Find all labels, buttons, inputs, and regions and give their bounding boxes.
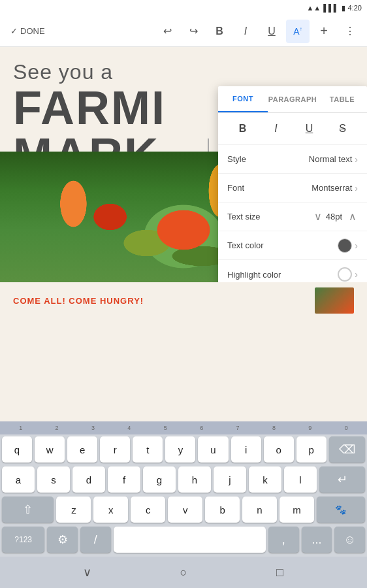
key-b[interactable]: b <box>205 497 240 523</box>
highlight-color-row[interactable]: Highlight color › <box>218 260 367 282</box>
content-thumbnail <box>315 287 354 314</box>
tab-paragraph[interactable]: PARAGRAPH <box>268 86 317 112</box>
highlight-color-swatch <box>338 267 352 282</box>
style-label: Style <box>227 154 309 164</box>
style-chevron-icon: › <box>355 154 358 165</box>
font-row[interactable]: Font Montserrat › <box>218 174 367 203</box>
doc-line-1: See you a <box>13 60 354 84</box>
key-l[interactable]: l <box>284 466 317 493</box>
add-icon: + <box>320 24 328 39</box>
font-value: Montserrat <box>311 183 352 193</box>
undo-button[interactable]: ↩ <box>155 20 179 43</box>
key-k[interactable]: k <box>249 466 281 493</box>
underline-toolbar-button[interactable]: U <box>260 20 283 43</box>
key-x[interactable]: x <box>93 497 128 523</box>
key-r[interactable]: r <box>100 436 130 463</box>
key-f[interactable]: f <box>108 466 140 493</box>
key-g[interactable]: g <box>143 466 176 493</box>
key-symbols[interactable]: ?123 <box>2 527 44 553</box>
key-m[interactable]: m <box>279 497 314 523</box>
key-enter[interactable]: ↵ <box>319 466 365 493</box>
bold-toolbar-button[interactable]: B <box>208 20 231 43</box>
key-d[interactable]: d <box>72 466 105 493</box>
format-text-icon: A↑ <box>293 26 302 37</box>
key-n[interactable]: n <box>242 497 277 523</box>
format-toolbar-button[interactable]: A↑ <box>286 20 310 43</box>
wifi-icon: ▲▲ <box>306 4 321 12</box>
main-toolbar: ✓ DONE ↩ ↪ B I U A↑ + ⋮ <box>0 16 367 47</box>
format-panel: FONT PARAGRAPH TABLE B I U S Style Norma… <box>218 86 367 282</box>
size-increase-button[interactable]: ∧ <box>347 209 358 224</box>
bold-format-button[interactable]: B <box>232 118 253 139</box>
status-icons: ▲▲ ▌▌▌ ▮ 4:20 <box>306 4 362 12</box>
key-p[interactable]: p <box>296 436 327 463</box>
hungry-text: COME ALL! COME HUNGRY! <box>13 296 308 306</box>
underline-format-button[interactable]: U <box>299 118 320 139</box>
text-color-row[interactable]: Text color › <box>218 231 367 260</box>
text-size-value: 48pt <box>326 212 342 221</box>
key-shift[interactable]: ⇧ <box>2 497 54 523</box>
document-area[interactable]: See you a FARMI MARK FONT PARAGRAPH TABL… <box>0 47 367 282</box>
italic-icon: I <box>244 25 247 37</box>
key-settings[interactable]: ⚙ <box>47 527 78 553</box>
key-comma[interactable]: , <box>268 527 299 553</box>
size-decrease-button[interactable]: ∨ <box>313 209 323 224</box>
key-t[interactable]: t <box>133 436 163 463</box>
key-period[interactable]: ... <box>302 527 332 553</box>
battery-icon: ▮ <box>342 4 345 12</box>
key-q[interactable]: q <box>2 436 32 463</box>
nav-home-button[interactable]: ○ <box>170 563 197 581</box>
highlight-color-label: Highlight color <box>227 270 338 280</box>
underline-icon: U <box>268 25 276 37</box>
key-u[interactable]: u <box>198 436 228 463</box>
key-h[interactable]: h <box>178 466 211 493</box>
keyboard-row-3: ⇧ z x c v b n m 🐾 <box>0 495 367 525</box>
font-label: Font <box>227 183 311 193</box>
keyboard-row-2: a s d f g h j k l ↵ <box>0 465 367 495</box>
redo-button[interactable]: ↪ <box>182 20 205 43</box>
key-emoji-paw[interactable]: 🐾 <box>317 497 365 523</box>
nav-recent-button[interactable]: □ <box>266 563 293 581</box>
tab-table[interactable]: TABLE <box>317 86 367 112</box>
key-space[interactable] <box>114 527 266 553</box>
key-backspace[interactable]: ⌫ <box>329 436 365 463</box>
nav-back-button[interactable]: ∨ <box>74 563 101 581</box>
key-a[interactable]: a <box>2 466 35 493</box>
key-z[interactable]: z <box>56 497 91 523</box>
bottom-content: COME ALL! COME HUNGRY! <box>0 282 367 319</box>
tab-font[interactable]: FONT <box>218 86 268 112</box>
status-bar: ▲▲ ▌▌▌ ▮ 4:20 <box>0 0 367 16</box>
key-i[interactable]: i <box>231 436 261 463</box>
bold-icon: B <box>215 25 223 37</box>
style-row[interactable]: Style Normal text › <box>218 145 367 174</box>
style-value: Normal text <box>309 154 352 164</box>
done-label: DONE <box>20 26 45 36</box>
key-slash[interactable]: / <box>80 527 111 553</box>
key-o[interactable]: o <box>264 436 294 463</box>
key-c[interactable]: c <box>131 497 165 523</box>
add-button[interactable]: + <box>312 20 336 43</box>
format-buttons-row: B I U S <box>218 113 367 145</box>
key-e[interactable]: e <box>67 436 97 463</box>
key-v[interactable]: v <box>168 497 202 523</box>
text-size-label: Text size <box>227 212 313 221</box>
text-color-label: Text color <box>227 240 338 250</box>
strikethrough-format-button[interactable]: S <box>332 118 353 139</box>
key-y[interactable]: y <box>165 436 195 463</box>
key-w[interactable]: w <box>35 436 65 463</box>
time-display: 4:20 <box>348 4 362 12</box>
done-button[interactable]: ✓ DONE <box>5 24 50 39</box>
italic-toolbar-button[interactable]: I <box>234 20 257 43</box>
chevron-down-icon: ∨ <box>83 565 91 580</box>
text-size-row[interactable]: Text size ∨ 48pt ∧ <box>218 203 367 231</box>
check-icon: ✓ <box>10 26 18 36</box>
more-button[interactable]: ⋮ <box>338 20 362 43</box>
keyboard-row-1: q w e r t y u i o p ⌫ <box>0 434 367 465</box>
key-s[interactable]: s <box>37 466 70 493</box>
text-size-controls: ∨ 48pt ∧ <box>313 209 358 224</box>
key-emoji[interactable]: ☺ <box>334 527 365 553</box>
keyboard-ruler: 1 2 3 4 5 6 7 8 9 0 <box>0 421 367 434</box>
key-j[interactable]: j <box>214 466 246 493</box>
italic-format-button[interactable]: I <box>266 118 287 139</box>
keyboard: 1 2 3 4 5 6 7 8 9 0 q w e r t y u i o p … <box>0 421 367 588</box>
